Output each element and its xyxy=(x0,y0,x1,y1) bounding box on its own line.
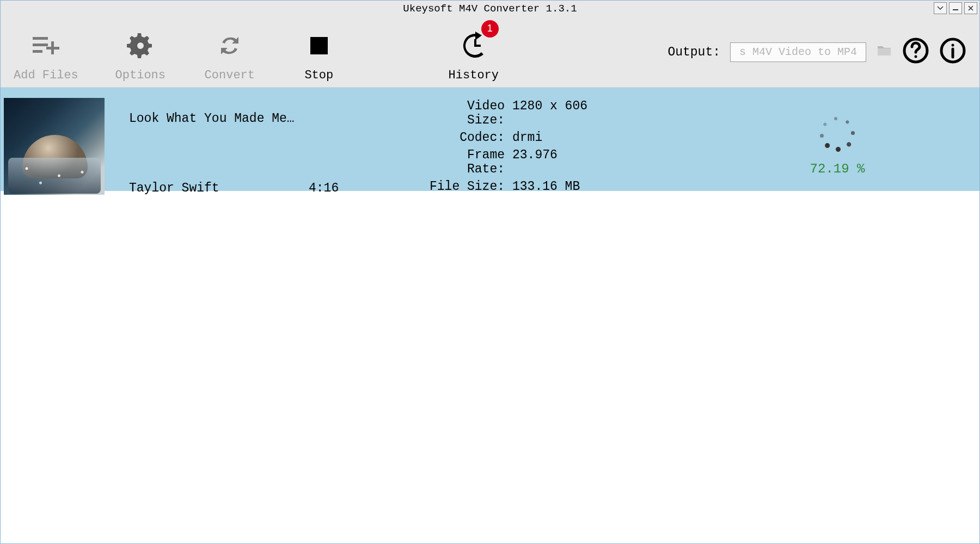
frame-rate-label: Frame Rate: xyxy=(423,148,505,176)
options-label: Options xyxy=(115,69,166,82)
frame-rate-value: 23.976 xyxy=(512,148,558,176)
svg-rect-1 xyxy=(33,37,48,40)
svg-rect-9 xyxy=(474,45,481,47)
minimize-button[interactable] xyxy=(949,2,962,14)
video-size-label: Video Size: xyxy=(423,99,505,127)
svg-point-6 xyxy=(137,42,144,49)
playlist-add-icon xyxy=(32,30,60,61)
stop-icon xyxy=(309,30,329,61)
progress-percent: 72.19 % xyxy=(810,162,865,176)
folder-icon xyxy=(877,44,892,60)
svg-rect-3 xyxy=(33,50,42,53)
help-button[interactable] xyxy=(902,39,929,66)
gear-icon xyxy=(127,30,154,61)
close-button[interactable] xyxy=(964,2,977,14)
title-cell: Look What You Made Me… Taylor Swift xyxy=(118,91,303,202)
add-files-button[interactable]: Add Files xyxy=(14,22,78,82)
svg-rect-2 xyxy=(33,44,48,46)
stop-button[interactable]: Stop xyxy=(292,22,346,82)
svg-rect-7 xyxy=(310,37,328,54)
file-size-label: File Size: xyxy=(423,180,505,194)
toolbar-right: Output: xyxy=(667,39,966,66)
svg-point-11 xyxy=(915,55,917,58)
options-button[interactable]: Options xyxy=(113,22,168,82)
codec-value: drmi xyxy=(512,131,542,145)
video-thumbnail xyxy=(4,98,105,195)
window-controls xyxy=(934,2,977,14)
duration-cell: 4:16 xyxy=(309,91,418,202)
history-badge: 1 xyxy=(481,20,499,38)
help-icon xyxy=(902,37,929,67)
video-size-value: 1280 x 606 xyxy=(512,99,587,127)
info-icon xyxy=(939,37,966,67)
browse-folder-button[interactable] xyxy=(876,44,892,60)
file-size-value: 133.16 MB xyxy=(512,180,580,194)
convert-label: Convert xyxy=(205,69,255,82)
stop-label: Stop xyxy=(304,69,333,82)
sync-icon xyxy=(216,30,243,61)
metadata-cell: Video Size: 1280 x 606 Codec: drmi Frame… xyxy=(423,91,695,202)
add-files-label: Add Files xyxy=(14,69,78,82)
svg-rect-0 xyxy=(953,9,958,10)
dropdown-button[interactable] xyxy=(934,2,947,14)
app-window: Ukeysoft M4V Converter 1.3.1 xyxy=(0,0,980,544)
video-duration: 4:16 xyxy=(309,181,418,195)
svg-rect-5 xyxy=(46,47,59,50)
file-list: Look What You Made Me… Taylor Swift 4:16… xyxy=(1,88,979,543)
titlebar: Ukeysoft M4V Converter 1.3.1 xyxy=(1,1,979,17)
spinner-icon xyxy=(820,117,855,152)
list-item[interactable]: Look What You Made Me… Taylor Swift 4:16… xyxy=(1,88,979,191)
toolbar: Add Files Options Convert xyxy=(1,17,979,88)
output-label: Output: xyxy=(667,45,720,59)
output-path-input[interactable] xyxy=(730,42,866,62)
video-artist: Taylor Swift xyxy=(129,181,303,195)
status-cell: 72.19 % xyxy=(701,91,974,202)
svg-point-13 xyxy=(952,44,954,47)
app-title: Ukeysoft M4V Converter 1.3.1 xyxy=(403,3,577,15)
codec-label: Codec: xyxy=(423,131,505,145)
history-button[interactable]: 1 History xyxy=(446,22,501,82)
convert-button[interactable]: Convert xyxy=(203,22,257,82)
info-button[interactable] xyxy=(939,39,966,66)
video-title: Look What You Made Me… xyxy=(129,112,303,126)
history-label: History xyxy=(449,69,499,82)
